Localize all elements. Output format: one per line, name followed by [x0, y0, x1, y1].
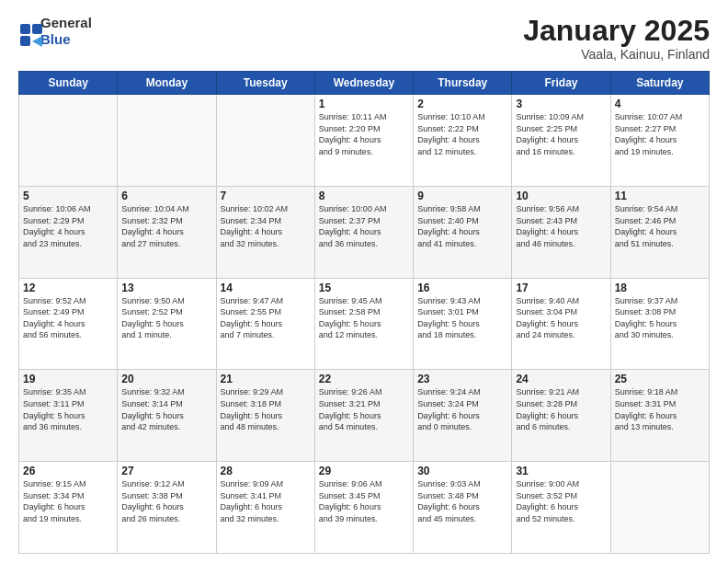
- svg-marker-3: [32, 36, 42, 47]
- day-number: 30: [417, 465, 507, 477]
- week-row-4: 19Sunrise: 9:35 AM Sunset: 3:11 PM Dayli…: [19, 370, 710, 462]
- table-row: 3Sunrise: 10:09 AM Sunset: 2:25 PM Dayli…: [512, 95, 610, 187]
- table-row: [216, 95, 314, 187]
- day-number: 7: [221, 190, 311, 202]
- day-info: Sunrise: 9:47 AM Sunset: 2:55 PM Dayligh…: [221, 295, 311, 341]
- day-number: 29: [319, 465, 409, 477]
- table-row: [19, 95, 118, 187]
- table-row: 2Sunrise: 10:10 AM Sunset: 2:22 PM Dayli…: [414, 95, 512, 187]
- day-number: 5: [23, 190, 113, 202]
- day-info: Sunrise: 10:02 AM Sunset: 2:34 PM Daylig…: [221, 203, 311, 249]
- table-row: 23Sunrise: 9:24 AM Sunset: 3:24 PM Dayli…: [414, 370, 512, 462]
- table-row: 20Sunrise: 9:32 AM Sunset: 3:14 PM Dayli…: [118, 370, 216, 462]
- day-number: 18: [615, 282, 705, 294]
- logo: General Blue: [18, 15, 92, 48]
- table-row: 21Sunrise: 9:29 AM Sunset: 3:18 PM Dayli…: [216, 370, 314, 462]
- day-info: Sunrise: 9:29 AM Sunset: 3:18 PM Dayligh…: [221, 386, 311, 432]
- table-row: 17Sunrise: 9:40 AM Sunset: 3:04 PM Dayli…: [512, 278, 610, 370]
- day-number: 20: [121, 373, 211, 385]
- col-saturday: Saturday: [610, 72, 709, 95]
- day-info: Sunrise: 9:56 AM Sunset: 2:43 PM Dayligh…: [516, 203, 606, 249]
- day-info: Sunrise: 10:07 AM Sunset: 2:27 PM Daylig…: [615, 111, 705, 157]
- col-friday: Friday: [512, 72, 610, 95]
- day-number: 19: [23, 373, 113, 385]
- table-row: [610, 462, 709, 554]
- svg-rect-0: [20, 24, 30, 34]
- col-wednesday: Wednesday: [314, 72, 413, 95]
- day-number: 6: [121, 190, 211, 202]
- day-number: 11: [615, 190, 705, 202]
- day-number: 25: [615, 373, 705, 385]
- day-info: Sunrise: 9:03 AM Sunset: 3:48 PM Dayligh…: [417, 478, 507, 524]
- table-row: 9Sunrise: 9:58 AM Sunset: 2:40 PM Daylig…: [414, 186, 512, 278]
- table-row: 22Sunrise: 9:26 AM Sunset: 3:21 PM Dayli…: [314, 370, 413, 462]
- table-row: 30Sunrise: 9:03 AM Sunset: 3:48 PM Dayli…: [414, 462, 512, 554]
- day-info: Sunrise: 10:06 AM Sunset: 2:29 PM Daylig…: [23, 203, 113, 249]
- table-row: 31Sunrise: 9:00 AM Sunset: 3:52 PM Dayli…: [512, 462, 610, 554]
- week-row-2: 5Sunrise: 10:06 AM Sunset: 2:29 PM Dayli…: [19, 186, 710, 278]
- day-number: 31: [516, 465, 606, 477]
- day-info: Sunrise: 9:43 AM Sunset: 3:01 PM Dayligh…: [417, 295, 507, 341]
- table-row: 7Sunrise: 10:02 AM Sunset: 2:34 PM Dayli…: [216, 186, 314, 278]
- table-row: 16Sunrise: 9:43 AM Sunset: 3:01 PM Dayli…: [414, 278, 512, 370]
- day-info: Sunrise: 9:35 AM Sunset: 3:11 PM Dayligh…: [23, 386, 113, 432]
- day-info: Sunrise: 9:50 AM Sunset: 2:52 PM Dayligh…: [121, 295, 211, 341]
- header: General Blue January 2025 Vaala, Kainuu,…: [18, 15, 710, 62]
- day-info: Sunrise: 9:00 AM Sunset: 3:52 PM Dayligh…: [516, 478, 606, 524]
- table-row: 1Sunrise: 10:11 AM Sunset: 2:20 PM Dayli…: [314, 95, 413, 187]
- svg-rect-2: [20, 36, 30, 46]
- day-number: 3: [516, 98, 606, 110]
- title-block: January 2025 Vaala, Kainuu, Finland: [523, 15, 710, 62]
- col-thursday: Thursday: [414, 72, 512, 95]
- day-info: Sunrise: 9:15 AM Sunset: 3:34 PM Dayligh…: [23, 478, 113, 524]
- table-row: 4Sunrise: 10:07 AM Sunset: 2:27 PM Dayli…: [610, 95, 709, 187]
- svg-rect-1: [32, 24, 42, 34]
- day-info: Sunrise: 9:18 AM Sunset: 3:31 PM Dayligh…: [615, 386, 705, 432]
- day-number: 15: [319, 282, 409, 294]
- day-info: Sunrise: 9:54 AM Sunset: 2:46 PM Dayligh…: [615, 203, 705, 249]
- day-info: Sunrise: 10:10 AM Sunset: 2:22 PM Daylig…: [417, 111, 507, 157]
- table-row: 5Sunrise: 10:06 AM Sunset: 2:29 PM Dayli…: [19, 186, 118, 278]
- logo-general: General: [40, 15, 92, 30]
- table-row: 24Sunrise: 9:21 AM Sunset: 3:28 PM Dayli…: [512, 370, 610, 462]
- week-row-1: 1Sunrise: 10:11 AM Sunset: 2:20 PM Dayli…: [19, 95, 710, 187]
- calendar-title: January 2025: [523, 15, 710, 47]
- day-info: Sunrise: 9:40 AM Sunset: 3:04 PM Dayligh…: [516, 295, 606, 341]
- day-number: 28: [221, 465, 311, 477]
- day-number: 12: [23, 282, 113, 294]
- week-row-5: 26Sunrise: 9:15 AM Sunset: 3:34 PM Dayli…: [19, 462, 710, 554]
- day-info: Sunrise: 10:04 AM Sunset: 2:32 PM Daylig…: [121, 203, 211, 249]
- logo-blue: Blue: [40, 31, 71, 47]
- table-row: 29Sunrise: 9:06 AM Sunset: 3:45 PM Dayli…: [314, 462, 413, 554]
- table-row: 10Sunrise: 9:56 AM Sunset: 2:43 PM Dayli…: [512, 186, 610, 278]
- day-number: 24: [516, 373, 606, 385]
- day-number: 14: [221, 282, 311, 294]
- col-tuesday: Tuesday: [216, 72, 314, 95]
- table-row: 12Sunrise: 9:52 AM Sunset: 2:49 PM Dayli…: [19, 278, 118, 370]
- day-number: 1: [319, 98, 409, 110]
- day-info: Sunrise: 9:32 AM Sunset: 3:14 PM Dayligh…: [121, 386, 211, 432]
- day-number: 13: [121, 282, 211, 294]
- week-row-3: 12Sunrise: 9:52 AM Sunset: 2:49 PM Dayli…: [19, 278, 710, 370]
- table-row: 15Sunrise: 9:45 AM Sunset: 2:58 PM Dayli…: [314, 278, 413, 370]
- calendar-subtitle: Vaala, Kainuu, Finland: [523, 47, 710, 62]
- day-info: Sunrise: 10:00 AM Sunset: 2:37 PM Daylig…: [319, 203, 409, 249]
- day-number: 21: [221, 373, 311, 385]
- table-row: 27Sunrise: 9:12 AM Sunset: 3:38 PM Dayli…: [118, 462, 216, 554]
- col-monday: Monday: [118, 72, 216, 95]
- day-number: 26: [23, 465, 113, 477]
- day-number: 23: [417, 373, 507, 385]
- day-number: 4: [615, 98, 705, 110]
- table-row: [118, 95, 216, 187]
- day-info: Sunrise: 9:06 AM Sunset: 3:45 PM Dayligh…: [319, 478, 409, 524]
- col-sunday: Sunday: [19, 72, 118, 95]
- day-info: Sunrise: 10:09 AM Sunset: 2:25 PM Daylig…: [516, 111, 606, 157]
- logo-icon: [18, 22, 37, 40]
- day-number: 10: [516, 190, 606, 202]
- day-info: Sunrise: 9:21 AM Sunset: 3:28 PM Dayligh…: [516, 386, 606, 432]
- day-number: 2: [417, 98, 507, 110]
- days-of-week-row: Sunday Monday Tuesday Wednesday Thursday…: [19, 72, 710, 95]
- table-row: 13Sunrise: 9:50 AM Sunset: 2:52 PM Dayli…: [118, 278, 216, 370]
- table-row: 28Sunrise: 9:09 AM Sunset: 3:41 PM Dayli…: [216, 462, 314, 554]
- calendar-table: Sunday Monday Tuesday Wednesday Thursday…: [18, 71, 710, 554]
